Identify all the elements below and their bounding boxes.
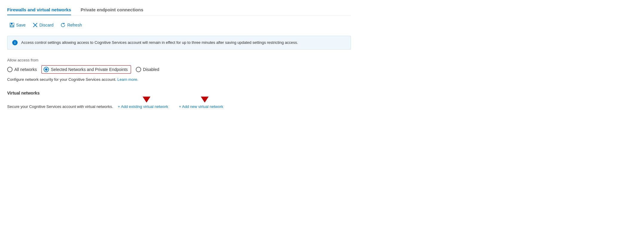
info-icon: i [12, 40, 18, 45]
info-banner: i Access control settings allowing acces… [7, 36, 351, 49]
add-existing-vnet-link[interactable]: + Add existing virtual network [118, 104, 168, 109]
arrow-new-icon [201, 97, 209, 103]
tabs-bar: Firewalls and virtual networks Private e… [7, 5, 351, 16]
arrow-existing-icon [143, 97, 150, 103]
tab-firewalls[interactable]: Firewalls and virtual networks [7, 5, 71, 15]
radio-disabled-label: Disabled [143, 67, 159, 72]
svg-rect-3 [11, 25, 13, 27]
add-new-vnet-link[interactable]: + Add new virtual network [179, 104, 224, 109]
learn-more-link[interactable]: Learn more. [117, 77, 138, 82]
radio-selected-label: Selected Networks and Private Endpoints [51, 67, 128, 72]
page-container: Firewalls and virtual networks Private e… [0, 0, 358, 114]
radio-selected-networks-box[interactable]: Selected Networks and Private Endpoints [41, 65, 131, 74]
virtual-networks-section: Virtual networks Secure your Cognitive S… [7, 91, 351, 109]
info-banner-text: Access control settings allowing access … [21, 40, 298, 46]
radio-group: All networks Selected Networks and Priva… [7, 65, 351, 74]
allow-access-label: Allow access from [7, 58, 351, 62]
vnet-description: Secure your Cognitive Services account w… [7, 104, 113, 109]
vnet-title: Virtual networks [7, 91, 351, 95]
refresh-button[interactable]: Refresh [58, 21, 84, 29]
radio-all-outer [7, 67, 13, 72]
radio-disabled-outer [136, 67, 141, 72]
configure-text: Configure network security for your Cogn… [7, 77, 351, 83]
save-button[interactable]: Save [7, 21, 28, 29]
toolbar: Save Discard Refresh [7, 21, 351, 29]
radio-selected-outer [44, 67, 49, 72]
discard-button[interactable]: Discard [30, 21, 56, 29]
svg-rect-1 [11, 23, 13, 24]
refresh-icon [61, 23, 65, 27]
save-icon [10, 23, 14, 27]
radio-all-label: All networks [14, 67, 37, 72]
radio-selected-inner [45, 68, 47, 71]
configure-text-span: Configure network security for your Cogn… [7, 77, 116, 82]
discard-icon [33, 23, 38, 27]
allow-access-section: Allow access from All networks Selected … [7, 58, 351, 83]
radio-disabled[interactable]: Disabled [136, 67, 159, 72]
radio-all-networks[interactable]: All networks [7, 67, 37, 72]
refresh-label: Refresh [67, 23, 82, 27]
tab-private-endpoint[interactable]: Private endpoint connections [81, 5, 143, 15]
save-label: Save [16, 23, 26, 27]
discard-label: Discard [39, 23, 53, 27]
